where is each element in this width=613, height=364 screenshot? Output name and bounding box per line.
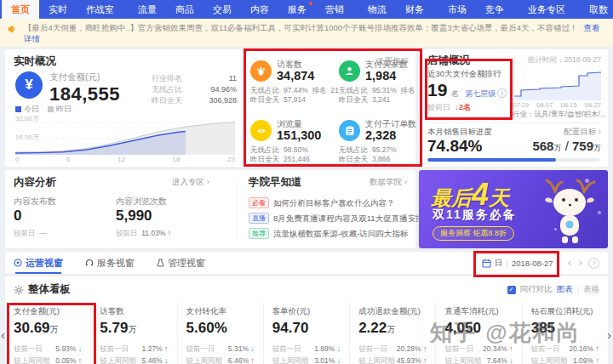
realtime-overview-card: 实时概况 设置指标 ¥ 支付金额(元) 184,555 行业排名11 无线占比9…: [5, 49, 415, 167]
compare-label: 同行对比: [520, 284, 553, 295]
notification-dot: [309, 2, 312, 5]
kanban-col-visitors: 访客数 5.79万 较前一日1.27% 较上周同期5.46%: [90, 302, 176, 364]
nav-item-home[interactable]: 首页: [2, 0, 39, 19]
eye-icon: [250, 120, 272, 141]
promo-banner[interactable]: 最后4天 双11服务必备 服务洞察 钜惠8.8折: [419, 170, 608, 248]
megaphone-icon: [8, 25, 19, 34]
rank-trend-chart: [514, 68, 601, 100]
realtime-area-chart: [15, 119, 235, 155]
metric-pageviews: 浏览量151,300 无线占比98.60% 昨日全天251,446: [250, 119, 335, 164]
academy-item[interactable]: 必看如何分析目标客户喜欢什么内容？: [249, 196, 424, 211]
kanban-metrics-row: 支付金额(元) 30.69万 较前一日5.93% 较上周同期0.05% 访客数 …: [5, 302, 608, 364]
academy-link[interactable]: 数据学院 ›: [370, 177, 407, 188]
buyer-icon: [339, 60, 360, 82]
tab-operations[interactable]: 运营视窗: [14, 252, 63, 274]
nav-item-logistics[interactable]: 物流: [358, 0, 396, 19]
date-picker[interactable]: 日 | 2018-08-27 |: [478, 257, 562, 270]
nav-item-competition[interactable]: 竞争: [476, 0, 513, 19]
info-icon[interactable]: i: [497, 88, 507, 98]
legend-today: 今日: [24, 105, 39, 113]
today-legend-swatch: [15, 106, 21, 112]
carousel-prev-icon[interactable]: ‹: [1, 327, 5, 342]
goal-progress-bar: [427, 158, 599, 162]
nav-item-goods[interactable]: 商品: [166, 0, 203, 19]
legend-yesterday: 昨日: [56, 105, 72, 113]
set-goal-link[interactable]: 配置目标 ›: [564, 127, 601, 138]
next-date-icon[interactable]: ›: [577, 257, 584, 269]
metric-buyers: 支付买家数1,984 无线占比95.31% 排名20 昨日全天3,241: [339, 60, 424, 105]
academy-item[interactable]: 直播8月免费直播课程内容及双11大促直播安排: [249, 211, 424, 226]
nav-item-service[interactable]: 服务: [278, 0, 316, 19]
nav-item-content[interactable]: 内容: [241, 0, 278, 19]
notice-bar: 【最后4天倒重，商旺抢购中..】官方营销效果周查，双11必备福利工具，可实时计算…: [0, 19, 613, 47]
nav-item-marketing[interactable]: 营销: [316, 0, 353, 19]
yesterday-total-value: 306,928: [209, 95, 237, 106]
nav-item-finance[interactable]: 财务: [396, 0, 433, 19]
nav-item-bizzone[interactable]: 业务专区: [518, 0, 575, 19]
kanban-title: 整体看板: [28, 282, 71, 297]
tab-management[interactable]: 管理视窗: [157, 252, 205, 274]
academy-title: 学院早知道: [249, 175, 302, 190]
academy-item[interactable]: 推荐流量纵横数据来源-收藏-访问四大指标: [249, 226, 424, 242]
nav-item-market[interactable]: 市场: [438, 0, 476, 19]
deer-mascot: [540, 177, 603, 245]
tab-service[interactable]: 服务视窗: [85, 252, 135, 274]
date-mode: 日: [495, 258, 503, 269]
metric-visitors: 访客数34,874 无线占比97.44% 排名21 昨日全天57,914: [250, 60, 335, 105]
kanban-col-avg-order: 客单价(元) 94.70 较前一日1.89% 较上周同期3.01%: [263, 302, 349, 364]
nav-item-traffic[interactable]: 流量: [129, 0, 166, 19]
pay-amount-label: 支付金额(元): [49, 71, 120, 83]
view-chart-toggle[interactable]: 图表: [557, 284, 573, 295]
shop-title: 店铺概况: [427, 54, 470, 68]
carousel-next-icon[interactable]: ›: [607, 327, 611, 342]
rank-level: 第七层级: [465, 89, 496, 98]
yesterday-legend-swatch: [48, 106, 54, 112]
rank-chart-x-axis: 07-2908-0708-1508-27: [513, 101, 601, 109]
stat-time: 统计时间：2018-08-27: [528, 55, 601, 65]
content-publish-value: 0: [14, 208, 56, 225]
calendar-icon: [482, 259, 491, 268]
operations-icon: [14, 259, 22, 267]
yesterday-total-label: 昨日全天: [152, 95, 182, 106]
notice-text: 【最后4天倒重，商旺抢购中..】官方营销效果周查，双11必备福利工具，可实时计算…: [24, 23, 578, 32]
date-value: 2018-08-27: [512, 259, 553, 268]
tag-must-read: 必看: [249, 197, 269, 208]
wireless-ratio-value: 94.96%: [210, 84, 237, 95]
rank-delta-label: 较前日: [427, 103, 450, 111]
nav-item-data[interactable]: 取数: [580, 0, 613, 19]
prev-date-icon[interactable]: ‹: [566, 257, 573, 269]
nav-item-trade[interactable]: 交易: [203, 0, 241, 19]
promo-badge: 服务洞察 钜惠8.8折: [433, 226, 514, 241]
delta-arrow: [168, 229, 172, 237]
help-icon[interactable]: ?: [588, 258, 599, 269]
gear-icon: [14, 285, 24, 295]
kanban-col-diamond: 钻石展位消耗(元) 385 较前一日20.16% 较上周同期1.09%: [522, 302, 608, 364]
kanban-col-pay-amount: 支付金额(元) 30.69万 较前一日5.93% 较上周同期0.05%: [5, 302, 90, 364]
view-tabs-bar: 运营视窗 服务视窗 管理视窗 日 | 2018-08-27 | ‹ › ?: [5, 252, 608, 274]
nav-item-warroom[interactable]: 作战室: [77, 0, 123, 19]
realtime-title: 实时概况: [14, 54, 56, 69]
content-publish-label: 内容发布数: [14, 196, 56, 208]
rank-unit: 名: [451, 89, 459, 98]
kanban-col-conversion: 支付转化率 5.60% 较前一日5.31% 较上周同期6.46%: [177, 302, 263, 364]
rank-delta: ↓2名: [455, 103, 472, 111]
sycm-dashboard: 首页 实时 作战室 流量 商品 交易 内容 服务 营销 物流 财务 市场 竞争 …: [0, 0, 613, 364]
x-axis-ticks: 06121823: [15, 156, 235, 163]
rank-value: 19: [427, 80, 447, 100]
goal-percent: 74.84%: [427, 137, 482, 156]
enter-zone-link[interactable]: 进入专区 ›: [172, 177, 209, 188]
shop-overview-card: 店铺概况 统计时间：2018-08-27 近30天支付金额排行 19 名 第七层…: [419, 49, 608, 167]
industry-rank-value: 11: [229, 73, 237, 84]
tag-live: 直播: [249, 213, 269, 224]
content-views-label: 内容浏览次数: [116, 196, 171, 208]
management-icon: [157, 259, 164, 267]
nav-item-realtime[interactable]: 实时: [39, 0, 77, 19]
view-table-toggle[interactable]: 表格: [583, 284, 599, 295]
kanban-col-zhitongche: 直通车消耗(元) 4,050 较前一日20.34% 较上周同期7.64%: [435, 302, 521, 364]
order-icon: [339, 120, 360, 141]
promo-subtitle: 双11服务必备: [433, 208, 517, 223]
wireless-ratio-label: 无线占比: [152, 84, 182, 95]
content-views-value: 5,990: [116, 208, 171, 225]
compare-checkbox[interactable]: ✓: [507, 286, 516, 294]
overall-kanban-card: 整体看板 ✓ 同行对比 图表 | 表格 支付金额(元) 30.69万 较前一日5…: [5, 276, 608, 364]
